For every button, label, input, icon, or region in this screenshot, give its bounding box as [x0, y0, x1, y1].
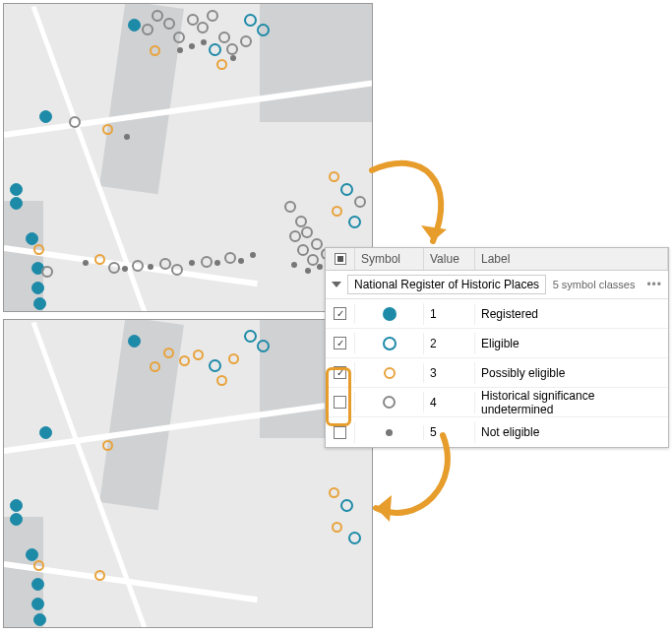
- visibility-checkbox[interactable]: [334, 426, 346, 439]
- more-options-icon[interactable]: •••: [646, 278, 662, 291]
- chevron-down-icon[interactable]: [332, 282, 341, 287]
- symbol-not-eligible-icon[interactable]: [386, 429, 393, 436]
- symbology-legend-panel: Symbol Value Label National Register of …: [325, 247, 669, 448]
- header-symbol-label: Symbol: [355, 248, 424, 270]
- value-cell[interactable]: 3: [424, 362, 475, 384]
- legend-row-eligible[interactable]: 2 Eligible: [326, 329, 668, 358]
- symbol-undetermined-icon[interactable]: [383, 396, 396, 409]
- layer-title-bar: National Register of Historic Places 5 s…: [326, 271, 668, 299]
- layer-name-field[interactable]: National Register of Historic Places: [347, 275, 546, 294]
- legend-row-not-eligible[interactable]: 5 Not eligible: [326, 417, 668, 447]
- header-label-label: Label: [475, 248, 668, 270]
- visibility-checkbox[interactable]: [334, 337, 346, 349]
- legend-row-undetermined[interactable]: 4 Historical significance undetermined: [326, 388, 668, 417]
- visibility-checkbox[interactable]: [334, 396, 346, 409]
- visibility-checkbox[interactable]: [334, 366, 346, 379]
- map-top[interactable]: [3, 3, 373, 312]
- label-cell[interactable]: Possibly eligible: [475, 362, 668, 384]
- label-cell[interactable]: Not eligible: [475, 421, 668, 443]
- symbol-classes-count: 5 symbol classes: [553, 279, 636, 290]
- legend-header-row: Symbol Value Label: [326, 248, 668, 271]
- map-background: [4, 320, 372, 627]
- value-cell[interactable]: 1: [424, 303, 475, 325]
- visibility-checkbox[interactable]: [334, 307, 346, 320]
- value-cell[interactable]: 2: [424, 333, 475, 354]
- legend-row-registered[interactable]: 1 Registered: [326, 299, 668, 329]
- value-cell[interactable]: 4: [424, 392, 475, 413]
- label-cell[interactable]: Registered: [475, 303, 668, 325]
- header-visibility-column[interactable]: [326, 248, 355, 270]
- symbol-registered-icon[interactable]: [383, 307, 397, 321]
- value-cell[interactable]: 5: [424, 421, 475, 443]
- symbol-possibly-eligible-icon[interactable]: [384, 367, 396, 379]
- label-cell[interactable]: Historical significance undetermined: [475, 385, 668, 420]
- map-bottom[interactable]: [3, 319, 373, 628]
- legend-row-possibly-eligible[interactable]: 3 Possibly eligible: [326, 358, 668, 388]
- header-value-label: Value: [424, 248, 475, 270]
- symbol-eligible-icon[interactable]: [383, 337, 397, 350]
- label-cell[interactable]: Eligible: [475, 333, 668, 354]
- toggle-all-checkbox[interactable]: [335, 253, 346, 265]
